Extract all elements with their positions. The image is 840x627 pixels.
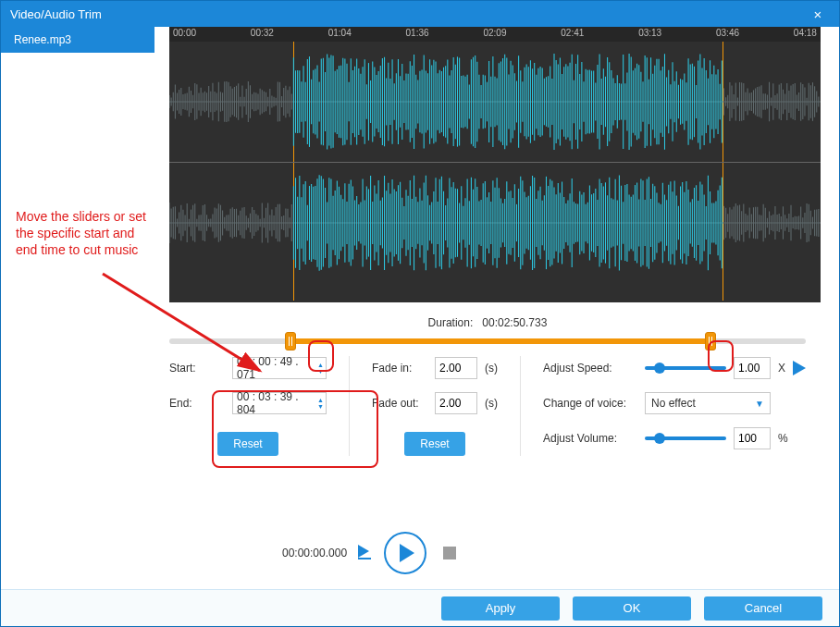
annotation-box-time (212, 390, 378, 468)
time-ruler: 00:00 00:32 01:04 01:36 02:09 02:41 03:1… (169, 27, 821, 42)
waveform-right (169, 162, 821, 282)
ok-button[interactable]: OK (573, 596, 691, 621)
footer: Apply OK Cancel (1, 589, 839, 626)
fade-column: Fade in: (s) Fade out: (s) Reset (372, 356, 498, 456)
waveform-timeline[interactable]: 00:00 00:32 01:04 01:36 02:09 02:41 03:1… (169, 27, 821, 302)
divider (520, 356, 521, 456)
trim-dialog: Video/Audio Trim × Renee.mp3 00:00 00:32… (0, 0, 840, 627)
reset-fade-button[interactable]: Reset (404, 432, 465, 456)
fadeout-unit: (s) (485, 397, 498, 410)
svg-rect-662 (358, 558, 371, 559)
cancel-button[interactable]: Cancel (704, 596, 822, 621)
voice-label: Change of voice: (543, 397, 637, 410)
adjust-column: Adjust Speed: X Change of voice: No effe… (543, 356, 806, 456)
play-button[interactable] (384, 532, 426, 574)
file-name: Renee.mp3 (14, 33, 71, 46)
speed-unit: X (778, 362, 785, 375)
speed-input[interactable] (734, 357, 771, 379)
trim-selection (290, 338, 710, 344)
volume-label: Adjust Volume: (543, 432, 637, 445)
playback-timecode: 00:00:00.000 (282, 547, 347, 559)
annotation-arrow-icon (93, 269, 278, 389)
fadeout-label: Fade out: (372, 397, 427, 410)
stop-button[interactable] (443, 547, 456, 559)
annotation-box-handle-end (708, 340, 734, 372)
mark-in-icon[interactable] (356, 543, 375, 564)
voice-select[interactable]: No effect ▼ (645, 392, 771, 414)
speed-label: Adjust Speed: (543, 362, 637, 375)
fadein-unit: (s) (485, 362, 498, 375)
fadeout-input[interactable] (435, 392, 477, 414)
fadein-label: Fade in: (372, 362, 427, 375)
apply-button[interactable]: Apply (441, 596, 560, 621)
volume-slider[interactable] (645, 436, 726, 440)
play-icon (400, 544, 414, 562)
fadein-input[interactable] (435, 357, 477, 379)
waveform-area (169, 42, 821, 301)
volume-unit: % (778, 432, 788, 445)
playback-row: 00:00:00.000 (1, 532, 839, 574)
titlebar[interactable]: Video/Audio Trim × (1, 1, 839, 27)
volume-input[interactable] (734, 427, 771, 449)
annotation-box-handle-start (308, 340, 334, 372)
close-icon[interactable]: × (806, 6, 830, 22)
waveform-left (169, 42, 821, 162)
chevron-down-icon: ▼ (755, 399, 764, 409)
svg-line-663 (103, 274, 260, 371)
file-tab[interactable]: Renee.mp3 (1, 27, 154, 53)
annotation-text: Move the sliders or setthe specific star… (16, 208, 146, 258)
trim-handle-start[interactable] (285, 332, 296, 350)
preview-speed-icon[interactable] (793, 361, 806, 375)
window-title: Video/Audio Trim (10, 7, 102, 21)
